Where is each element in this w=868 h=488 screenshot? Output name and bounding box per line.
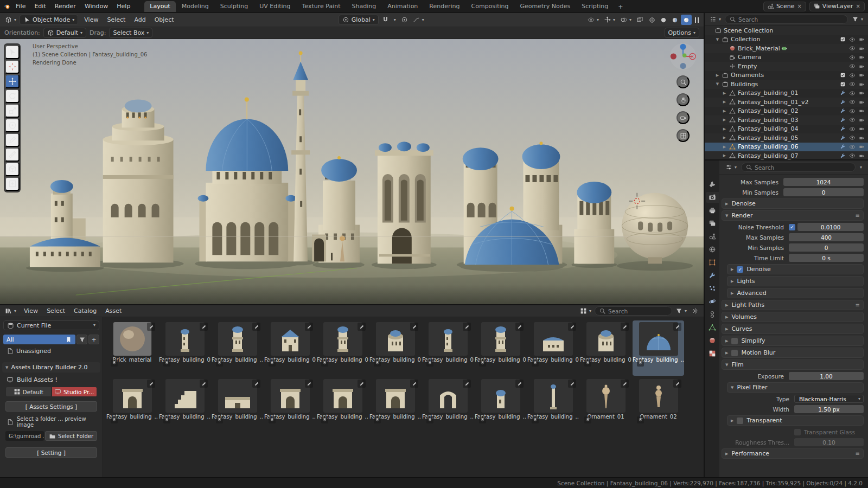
add-catalog-button[interactable]: +: [88, 335, 99, 344]
modifier-wrench-icon[interactable]: [840, 108, 846, 114]
tool-annotate-button[interactable]: [5, 133, 20, 147]
hide-eye-icon[interactable]: [849, 117, 856, 123]
min-samples-field[interactable]: 0: [783, 188, 864, 196]
outliner-row-fantasy-building-04[interactable]: ▶Fantasy_building_04: [705, 125, 868, 134]
properties-search[interactable]: [741, 163, 856, 172]
workspace-tab-layout[interactable]: Layout: [144, 1, 175, 12]
edit-asset-icon[interactable]: [463, 380, 471, 388]
outliner-row-fantasy-building-01-v2[interactable]: ▶Fantasy_building_01_v2: [705, 98, 868, 107]
asset-source-dropdown[interactable]: Current File▾: [3, 320, 99, 330]
edit-asset-icon[interactable]: [358, 323, 366, 331]
outliner-row-scene-collection[interactable]: Scene Collection: [705, 26, 868, 35]
edit-asset-icon[interactable]: [410, 323, 418, 331]
modifier-wrench-icon[interactable]: [840, 153, 846, 159]
asset-tile-fantasy-building-11[interactable]: Fantasy_building_...: [106, 377, 158, 433]
viewport-menu-view[interactable]: View: [80, 15, 103, 24]
orientation-dropdown[interactable]: Default▾: [43, 28, 86, 38]
expander-icon[interactable]: ▼: [714, 82, 721, 86]
render-visibility-icon[interactable]: [859, 153, 865, 159]
catalog-filter-button[interactable]: [76, 335, 87, 344]
outliner-row-fantasy-building-03[interactable]: ▶Fantasy_building_03: [705, 115, 868, 125]
asset-search[interactable]: [595, 306, 672, 316]
checkbox[interactable]: [731, 338, 738, 344]
hide-eye-icon[interactable]: [849, 54, 856, 61]
gizmos-dropdown[interactable]: ▾: [602, 15, 617, 25]
width-field[interactable]: 1.50 px: [794, 405, 864, 413]
viewport-menu-add[interactable]: Add: [130, 15, 150, 24]
outliner-row-collection[interactable]: ▼Collection: [705, 35, 868, 44]
properties-tab-physics[interactable]: [706, 296, 719, 307]
panel-motion-blur[interactable]: ▶Motion Blur: [722, 348, 864, 358]
properties-tab-tool[interactable]: [706, 179, 719, 190]
edit-asset-icon[interactable]: [515, 380, 524, 388]
properties-tab-texture[interactable]: [706, 348, 719, 359]
drag-dropdown[interactable]: Select Box▾: [109, 28, 152, 38]
object-mode-dropdown[interactable]: Object Mode▾: [20, 15, 78, 25]
asset-tile-fantasy-building-19[interactable]: Fantasy_building_...: [527, 377, 579, 433]
navigation-gizmo[interactable]: X: [669, 42, 697, 70]
falloff-dropdown[interactable]: ▾: [411, 15, 426, 25]
setting-button[interactable]: [ Setting ]: [5, 447, 97, 458]
tool-select-box-button[interactable]: [5, 45, 20, 59]
asset-menu-catalog[interactable]: Catalog: [69, 306, 101, 316]
hide-eye-icon[interactable]: [849, 99, 856, 105]
render-visibility-icon[interactable]: [859, 144, 865, 150]
overlays-dropdown[interactable]: ▾: [618, 15, 633, 25]
hide-eye-icon[interactable]: [849, 63, 856, 69]
asset-menu-asset[interactable]: Asset: [101, 306, 126, 316]
expander-icon[interactable]: ▶: [721, 153, 728, 158]
asset-tile-fantasy-building-13[interactable]: Fantasy_building_...: [212, 377, 263, 433]
tool-cursor-button[interactable]: [5, 60, 20, 74]
panel-film[interactable]: ▼Film: [722, 359, 864, 370]
asset-tile-fantasy-building-17[interactable]: Fantasy_building_...: [422, 377, 474, 433]
display-size-button[interactable]: ▾: [578, 306, 593, 316]
panel-performance[interactable]: ▶Performance≡: [722, 448, 864, 459]
shading-rendered-button[interactable]: [681, 15, 692, 25]
app-menu-edit[interactable]: Edit: [30, 2, 50, 11]
catalog-all[interactable]: All: [3, 335, 75, 344]
modifier-wrench-icon[interactable]: [840, 90, 846, 96]
asset-menu-select[interactable]: Select: [42, 306, 69, 316]
tool-measure-button[interactable]: [5, 147, 20, 162]
workspace-tab-animation[interactable]: Animation: [382, 1, 423, 12]
workspace-tab-sculpting[interactable]: Sculpting: [215, 1, 253, 12]
remove-viewlayer-icon[interactable]: ×: [856, 3, 861, 9]
xray-toggle[interactable]: [635, 15, 645, 25]
workspace-tab-shading[interactable]: Shading: [347, 1, 382, 12]
panel-menu-icon[interactable]: ≡: [856, 213, 860, 219]
zoom-icon[interactable]: [676, 75, 690, 88]
outliner-row-fantasy-building-06[interactable]: ▶Fantasy_building_06: [705, 143, 868, 152]
outliner-row-ornaments[interactable]: ▶Ornaments: [705, 71, 868, 80]
hide-eye-icon[interactable]: [849, 134, 856, 141]
expander-icon[interactable]: ▶: [714, 73, 721, 78]
camera-view-icon[interactable]: [676, 111, 690, 124]
asset-tile-fantasy-building-03-4[interactable]: Fantasy_building_03: [317, 320, 368, 376]
render-visibility-icon[interactable]: [859, 63, 865, 69]
visibility-dropdown[interactable]: ▾: [586, 15, 601, 25]
outliner-row-brick-material[interactable]: Brick_Material: [705, 44, 868, 53]
modifier-wrench-icon[interactable]: [840, 117, 846, 123]
assets-settings-button[interactable]: [ Assets Settings ]: [5, 401, 97, 412]
asset-tile-ornament-02-21[interactable]: Ornament_02: [633, 377, 684, 433]
panel-curves[interactable]: ▶Curves: [722, 324, 864, 334]
expander-icon[interactable]: ▶: [721, 145, 728, 149]
editor-type-button[interactable]: ▾: [708, 14, 723, 24]
exclude-checkbox-icon[interactable]: [840, 72, 846, 78]
outliner-row-fantasy-building-01[interactable]: ▶Fantasy_building_01: [705, 89, 868, 98]
workspace-tab-compositing[interactable]: Compositing: [466, 1, 514, 12]
properties-tab-modifiers[interactable]: [706, 270, 719, 281]
modifier-wrench-icon[interactable]: [840, 144, 846, 150]
outliner-row-fantasy-building-05[interactable]: ▶Fantasy_building_05: [705, 133, 868, 143]
render-visibility-icon[interactable]: [859, 46, 865, 52]
properties-tab-output[interactable]: [706, 205, 719, 216]
properties-tab-object-data[interactable]: [706, 322, 719, 333]
edit-asset-icon[interactable]: [147, 380, 155, 388]
expander-icon[interactable]: ▶: [721, 136, 728, 140]
properties-tab-world[interactable]: [706, 244, 719, 255]
workspace-tab-uv-editing[interactable]: UV Editing: [254, 1, 296, 12]
select-folder-button[interactable]: Select Folder: [45, 431, 97, 441]
edit-asset-icon[interactable]: [515, 323, 524, 331]
properties-tab-scene[interactable]: [706, 231, 719, 242]
asset-tile-fantasy-building-08-9[interactable]: Fantasy_building_08: [580, 320, 631, 376]
asset-tile-fantasy-building-12[interactable]: Fantasy_building_...: [159, 377, 210, 433]
